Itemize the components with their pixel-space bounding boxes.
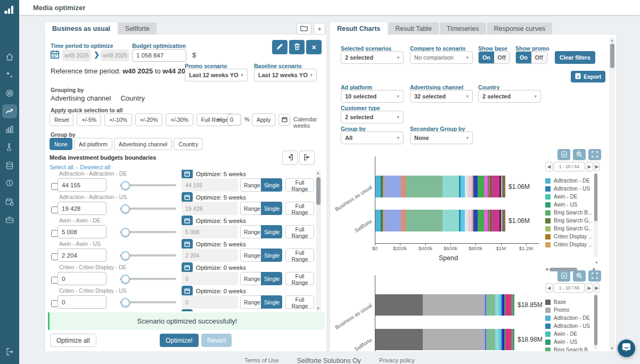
legend-scrollbar[interactable] (594, 294, 598, 350)
range-button[interactable]: Range (240, 225, 261, 238)
open-scenario-button[interactable] (297, 23, 311, 35)
ad-platform-select[interactable]: 10 selected▾ (341, 90, 404, 103)
close-scenario-button[interactable]: × (306, 40, 322, 54)
group-by-option-country[interactable]: Country (174, 138, 203, 150)
tab-business-as-usual[interactable]: Business as usual (45, 22, 117, 35)
legend-item[interactable]: Awin - US (545, 201, 601, 209)
footer-link[interactable]: Privacy policy (379, 357, 415, 364)
budget-value-input[interactable] (58, 272, 106, 285)
bar-chart-icon[interactable] (2, 122, 17, 136)
single-button[interactable]: Single (261, 295, 282, 309)
legend-item[interactable]: Awin - DE (545, 193, 601, 201)
budget-slider[interactable] (120, 208, 176, 210)
group-by-option-advertising-channel[interactable]: Advertising channel (114, 138, 173, 150)
legend-scroll-down-icon[interactable]: ▼ (595, 261, 598, 264)
single-button[interactable]: Single (261, 202, 282, 215)
slider-thumb[interactable] (121, 251, 130, 260)
tab-sellforte[interactable]: Sellforte (118, 22, 157, 35)
slider-thumb[interactable] (121, 275, 130, 284)
percent-input[interactable] (227, 114, 241, 126)
legend-item[interactable]: Awin - DE (545, 330, 601, 338)
legend-item[interactable]: Adtraction - DE (545, 177, 601, 185)
sparkles-icon[interactable] (2, 68, 17, 82)
logout-icon[interactable] (2, 345, 17, 359)
calendar-settings-icon[interactable] (2, 195, 17, 209)
budget-value-input[interactable] (58, 202, 106, 215)
add-scenario-button[interactable]: + (314, 23, 325, 35)
calendar-weeks-button[interactable] (278, 114, 290, 126)
tab-result-charts[interactable]: Result Charts (330, 22, 387, 35)
legend-next-icon[interactable]: ▶ (586, 283, 593, 293)
budget-value-input[interactable] (58, 249, 106, 262)
legend-scroll-up-icon[interactable]: ▲ (595, 164, 598, 168)
optimize-all-button[interactable]: Optimize all (50, 334, 96, 347)
budget-slider[interactable] (120, 184, 176, 186)
budget-input[interactable] (132, 49, 186, 62)
country-select[interactable]: 2 selected▾ (478, 90, 541, 103)
legend-next-icon[interactable]: ▶ (586, 162, 593, 171)
chat-launcher-button[interactable] (618, 340, 635, 357)
delete-scenario-button[interactable] (289, 40, 305, 54)
import-boundaries-button[interactable] (282, 151, 298, 165)
chart-group-by-select[interactable]: All▾ (341, 131, 404, 144)
slider-thumb[interactable] (121, 298, 130, 307)
single-button[interactable]: Single (261, 249, 282, 262)
single-button[interactable]: Single (261, 272, 282, 285)
flask-icon[interactable] (2, 140, 17, 154)
group-by-option-none[interactable]: None (50, 138, 72, 150)
group-by-option-ad-platform[interactable]: Ad platform (74, 138, 112, 150)
quick-button-reset[interactable]: Reset (50, 113, 73, 126)
export-boundaries-button[interactable] (299, 151, 315, 165)
legend-prev-icon[interactable]: ◀ (545, 283, 553, 293)
legend-item[interactable]: Awin - US (545, 338, 601, 346)
legend-item[interactable]: Base (545, 298, 601, 306)
export-button[interactable]: x Export (571, 71, 605, 82)
quick-button--5-[interactable]: +/-5% (77, 113, 101, 126)
tab-response-curves[interactable]: Response curves (487, 22, 553, 35)
legend-item[interactable]: Criteo Display ... (545, 233, 601, 241)
budget-value-input[interactable] (58, 178, 106, 192)
tab-timeseries[interactable]: Timeseries (440, 22, 486, 35)
full-range-button[interactable]: Full Range (285, 295, 314, 309)
legend-item[interactable]: Adtraction - US (545, 322, 601, 330)
budget-slider[interactable] (120, 301, 176, 303)
show-promo-off[interactable]: Off (531, 52, 547, 63)
footer-link[interactable]: Sellforte Solutions Oy (297, 357, 361, 364)
range-button[interactable]: Range (240, 249, 261, 262)
target-icon[interactable] (2, 86, 17, 100)
media-optimizer-icon[interactable] (2, 104, 17, 118)
legend-scrollbar[interactable] (594, 172, 598, 258)
baseline-scenario-select[interactable]: Last 12 weeks YOY▾ (254, 69, 317, 81)
revert-button[interactable]: Revert (201, 334, 232, 347)
legend-item[interactable]: Adtraction - US (545, 185, 601, 193)
full-range-button[interactable]: Full Range (285, 272, 314, 285)
legend-item[interactable]: Bing Search G... (545, 217, 601, 225)
apply-button[interactable]: Apply (252, 113, 275, 126)
legend-item[interactable]: Promo (545, 306, 601, 314)
tab-result-table[interactable]: Result Table (388, 22, 439, 35)
full-range-button[interactable]: Full Range (285, 202, 314, 215)
optimize-button[interactable]: Optimize! (160, 334, 199, 347)
compare-to-select[interactable]: No comparison▾ (410, 51, 473, 64)
home-icon[interactable] (2, 50, 17, 64)
brain-icon[interactable] (2, 177, 17, 191)
period-end-chip[interactable]: w49 2025 (101, 49, 129, 61)
budget-slider[interactable] (120, 278, 176, 280)
single-button[interactable]: Single (261, 225, 282, 238)
range-button[interactable]: Range (240, 295, 261, 309)
budget-slider[interactable] (120, 231, 176, 233)
legend-item[interactable]: Bing Search B... (545, 209, 601, 217)
slider-thumb[interactable] (121, 228, 130, 237)
budget-value-input[interactable] (58, 295, 106, 309)
single-button[interactable]: Single (261, 178, 282, 192)
slider-thumb[interactable] (121, 181, 130, 190)
full-range-button[interactable]: Full Range (285, 178, 314, 192)
customer-type-select[interactable]: 2 selected▾ (341, 111, 404, 123)
legend-item[interactable]: Bing Search G... (545, 225, 601, 233)
legend-item[interactable]: Criteo Display ... (545, 241, 601, 249)
clear-filters-button[interactable]: Clear filters (555, 51, 595, 64)
rows-scrollbar[interactable]: ▲ ▼ (316, 170, 321, 311)
show-base-toggle[interactable]: On Off (478, 51, 510, 64)
quick-button--30-[interactable]: +/-30% (166, 113, 193, 126)
show-promo-on[interactable]: On (516, 52, 531, 63)
